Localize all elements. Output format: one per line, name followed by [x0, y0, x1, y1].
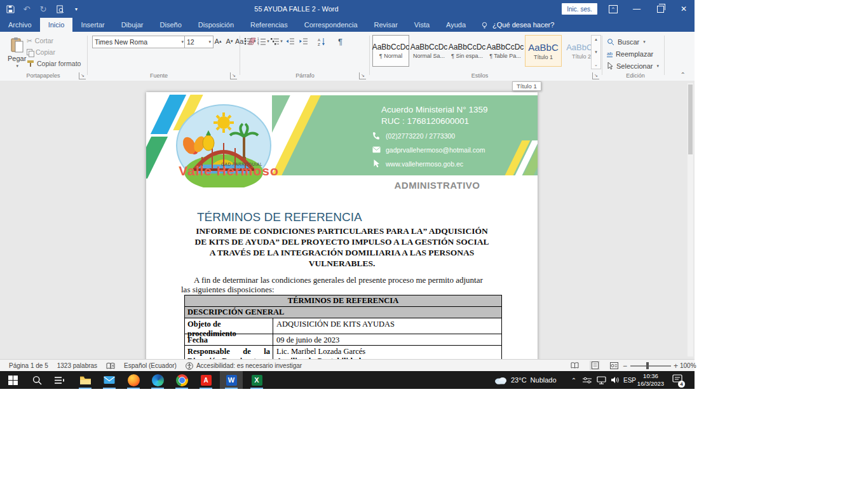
decrease-indent-button[interactable]: [283, 36, 297, 47]
volume-icon[interactable]: [609, 372, 621, 388]
zoom-level[interactable]: 100%: [680, 362, 696, 369]
multilevel-list-button[interactable]: ▾: [270, 36, 283, 47]
collapse-ribbon-icon[interactable]: ⌃: [681, 71, 686, 78]
tell-me-box[interactable]: ¿Qué desea hacer?: [474, 18, 560, 32]
ribbon-display-options-button[interactable]: ^: [602, 0, 624, 18]
format-painter-button[interactable]: Copiar formato: [27, 58, 81, 69]
font-size-combo[interactable]: 12▾: [184, 36, 214, 48]
find-button[interactable]: Buscar▾: [607, 36, 659, 48]
font-name-combo[interactable]: Times New Roma▾: [92, 36, 186, 48]
close-button[interactable]: ✕: [673, 0, 695, 18]
style-normal[interactable]: AaBbCcDc ¶ Normal: [372, 35, 409, 67]
style-sin-espaciado[interactable]: AaBbCcDc ¶ Sin espa...: [449, 35, 485, 67]
word-button[interactable]: W: [224, 372, 239, 388]
replace-button[interactable]: ab Reemplazar: [607, 48, 659, 60]
font-dialog-launcher[interactable]: ↘: [230, 72, 237, 79]
tab-archivo[interactable]: Archivo: [0, 18, 40, 32]
chrome-button[interactable]: [174, 372, 189, 388]
group-label-paragraph: Párrafo: [273, 72, 337, 79]
style-table-paragraph[interactable]: AaBbCcDc ¶ Table Pa...: [487, 35, 524, 67]
tab-disposicion[interactable]: Disposición: [190, 18, 242, 32]
comments-icon[interactable]: [849, 20, 859, 29]
tab-correspondencia[interactable]: Correspondencia: [296, 18, 366, 32]
styles-gallery-scroll[interactable]: ▴ ▾ ⌄: [591, 35, 601, 69]
scroll-down-icon[interactable]: ▾: [595, 50, 597, 55]
table-row: Fecha 09 de junio de 2023: [185, 334, 501, 346]
task-view-button[interactable]: [52, 372, 67, 388]
acrobat-button[interactable]: A: [198, 372, 214, 388]
tab-dibujar[interactable]: Dibujar: [113, 18, 152, 32]
lightbulb-icon: [480, 21, 489, 29]
page-indicator[interactable]: Página 1 de 5: [9, 362, 48, 369]
banner-web: www.vallehermoso.gob.ec: [372, 159, 463, 168]
word-count[interactable]: 1323 palabras: [57, 362, 97, 369]
table-title: TÉRMINOS DE REFERENCIA: [185, 295, 501, 306]
style-titulo-1[interactable]: AaBbC Título 1: [525, 35, 562, 67]
banner-ruc: RUC : 1768120600001: [381, 116, 469, 126]
print-layout-button[interactable]: [590, 361, 600, 370]
scrollbar-thumb[interactable]: [688, 85, 693, 154]
phone-icon: [372, 132, 381, 140]
show-marks-button[interactable]: ¶: [334, 36, 347, 47]
cursor-icon: [372, 159, 381, 168]
grow-font-button[interactable]: A▴: [212, 36, 224, 47]
tab-vista[interactable]: Vista: [406, 18, 438, 32]
file-explorer-button[interactable]: [78, 372, 93, 388]
scroll-up-icon[interactable]: ▴: [595, 37, 597, 42]
sign-in-button[interactable]: Inic. ses.: [562, 3, 597, 15]
bullets-button[interactable]: ▾: [243, 36, 257, 47]
tray-expand-button[interactable]: ⌃: [568, 372, 580, 388]
styles-dialog-launcher[interactable]: ↘: [592, 72, 599, 79]
clipboard-dialog-launcher[interactable]: ↘: [79, 72, 86, 79]
minimize-button[interactable]: —: [626, 0, 648, 18]
screen: ↶ ↻ ▾ 55 AYUDA FALLE 2 - Word Inic. ses.…: [0, 0, 868, 488]
mail-button[interactable]: [102, 372, 117, 388]
language-indicator[interactable]: Español (Ecuador): [124, 362, 177, 369]
styles-more-icon[interactable]: ⌄: [594, 62, 598, 67]
accessibility-status[interactable]: Accesibilidad: es necesario investigar: [186, 362, 302, 370]
restore-button[interactable]: [649, 0, 671, 18]
windows-logo-icon: [8, 376, 18, 385]
taskbar-search-button[interactable]: [29, 372, 44, 388]
copy-icon: [27, 49, 33, 56]
firefox-button[interactable]: [126, 372, 141, 388]
zoom-slider[interactable]: [630, 365, 671, 367]
format-painter-icon: [27, 60, 34, 67]
folder-icon: [79, 376, 92, 385]
zoom-out-button[interactable]: −: [623, 362, 627, 370]
sort-button[interactable]: AZ: [315, 36, 329, 47]
tray-settings-icon[interactable]: [581, 372, 593, 388]
notification-center-button[interactable]: 4: [670, 372, 685, 388]
network-icon[interactable]: [595, 372, 607, 388]
weather-widget[interactable]: 23°C Nublado: [494, 371, 557, 389]
tab-inicio[interactable]: Inicio: [40, 18, 73, 32]
numbering-button[interactable]: 123▾: [257, 36, 270, 47]
vertical-scrollbar[interactable]: [688, 83, 693, 356]
cut-button[interactable]: ✂Cortar: [27, 36, 81, 46]
document-page[interactable]: GAD PARROQUIAL Valle Hermoso Acuerdo Min…: [146, 92, 538, 359]
copy-button[interactable]: Copiar: [27, 47, 81, 57]
tab-diseno[interactable]: Diseño: [152, 18, 190, 32]
tab-referencias[interactable]: Referencias: [242, 18, 296, 32]
tab-revisar[interactable]: Revisar: [366, 18, 406, 32]
zoom-in-button[interactable]: +: [674, 362, 678, 370]
chrome-icon: [176, 374, 188, 386]
excel-button[interactable]: X: [249, 372, 264, 388]
start-button[interactable]: [5, 372, 20, 388]
clock[interactable]: 10:36 16/3/2023: [635, 372, 666, 388]
tab-insertar[interactable]: Insertar: [72, 18, 112, 32]
tab-ayuda[interactable]: Ayuda: [438, 18, 474, 32]
reference-table[interactable]: TÉRMINOS DE REFERENCIA DESCRIPCIÓN GENER…: [184, 295, 502, 359]
web-layout-button[interactable]: [609, 361, 619, 370]
cloud-icon: [494, 376, 507, 384]
edge-button[interactable]: [150, 372, 165, 388]
select-button[interactable]: Seleccionar▾: [607, 60, 659, 72]
shrink-font-button[interactable]: A▾: [224, 36, 235, 47]
zoom-slider-handle[interactable]: [646, 362, 649, 369]
paragraph-dialog-launcher[interactable]: ↘: [359, 72, 366, 79]
proofing-status[interactable]: [106, 362, 115, 370]
read-mode-button[interactable]: [569, 361, 580, 370]
increase-indent-button[interactable]: [297, 36, 310, 47]
banner-email: gadprvallehermoso@hotmail.com: [372, 146, 485, 154]
style-normal-sa[interactable]: AaBbCcDc Normal Sa...: [410, 35, 447, 67]
